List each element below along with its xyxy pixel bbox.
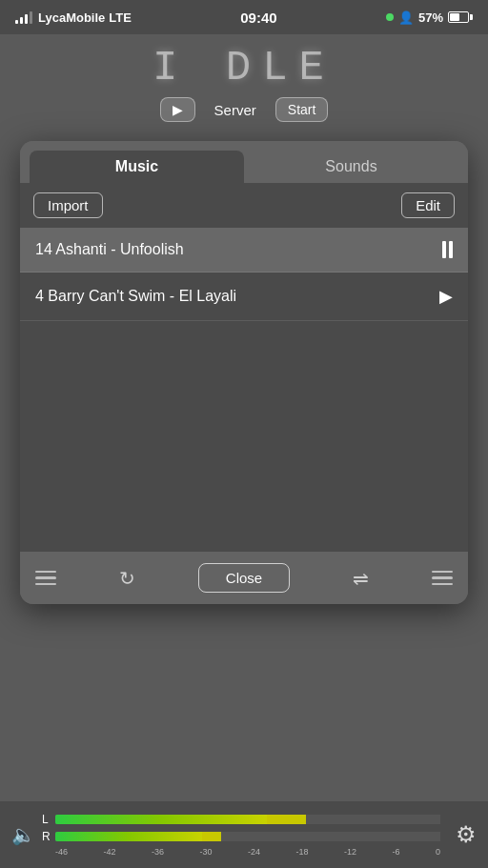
vu-scale-label: -24 (248, 847, 260, 857)
signal-icon (15, 10, 32, 24)
vu-row-right: R (42, 830, 440, 843)
server-play-button[interactable]: ▶ (160, 97, 195, 122)
vu-scale-label: -42 (103, 847, 115, 857)
vu-meters: L R -46 -42 -36 -30 (42, 813, 440, 857)
speaker-icon: 🔈 (11, 823, 34, 846)
music-modal: Music Sounds Import Edit 14 Ashanti - Un… (20, 141, 468, 604)
battery-percent: 57% (418, 10, 443, 25)
play-icon: ▶ (439, 286, 453, 307)
track-name: 14 Ashanti - Unfoolish (35, 241, 442, 258)
pause-icon (442, 241, 453, 258)
shuffle-icon[interactable]: ⇌ (353, 567, 369, 590)
edit-button[interactable]: Edit (401, 192, 455, 218)
vu-bar-right (55, 831, 440, 842)
repeat-icon[interactable]: ↻ (119, 567, 135, 590)
idle-section: I DLE ▶ Server Start (0, 34, 488, 122)
track-item[interactable]: 14 Ashanti - Unfoolish (20, 228, 468, 273)
menu-icon[interactable] (35, 571, 56, 586)
battery-info: 👤 57% (386, 10, 473, 25)
gear-icon[interactable]: ⚙ (456, 821, 477, 848)
track-item[interactable]: 4 Barry Can't Swim - El Layali ▶ (20, 273, 468, 321)
dot-indicator (386, 13, 394, 21)
track-name: 4 Barry Can't Swim - El Layali (35, 288, 439, 305)
tab-music[interactable]: Music (30, 151, 244, 183)
vu-scale-label: -30 (199, 847, 212, 857)
vu-scale-label: 0 (436, 847, 440, 857)
vu-scale-label: -36 (152, 847, 164, 857)
status-bar: LycaMobile LTE 09:40 👤 57% (0, 0, 488, 34)
person-icon: 👤 (398, 10, 414, 25)
start-button[interactable]: Start (275, 97, 329, 122)
battery-icon (448, 11, 473, 23)
close-button[interactable]: Close (198, 563, 290, 593)
carrier-info: LycaMobile LTE (15, 10, 132, 25)
vu-row-left: L (42, 813, 440, 826)
server-label: Server (214, 102, 256, 118)
idle-display: I DLE (143, 44, 345, 91)
modal-footer: ↻ Close ⇌ (20, 552, 468, 604)
server-row: ▶ Server Start (160, 97, 329, 122)
vu-right-label: R (42, 830, 51, 843)
vu-scale-label: -12 (344, 847, 356, 857)
menu-right-icon[interactable] (432, 571, 453, 586)
tab-sounds[interactable]: Sounds (244, 151, 458, 183)
vu-meter-section: 🔈 L R -46 -42 (0, 801, 488, 868)
vu-scale-label: -18 (295, 847, 308, 857)
track-list: 14 Ashanti - Unfoolish 4 Barry Can't Swi… (20, 228, 468, 552)
carrier-name: LycaMobile (38, 10, 105, 25)
vu-scale-label: -6 (392, 847, 399, 857)
vu-scale-label: -46 (55, 847, 68, 857)
vu-left-label: L (42, 813, 51, 826)
tab-bar: Music Sounds (20, 141, 468, 183)
import-button[interactable]: Import (33, 192, 103, 218)
music-toolbar: Import Edit (20, 183, 468, 228)
time-display: 09:40 (240, 10, 276, 26)
vu-bar-left (55, 814, 440, 825)
network-type: LTE (109, 10, 132, 25)
